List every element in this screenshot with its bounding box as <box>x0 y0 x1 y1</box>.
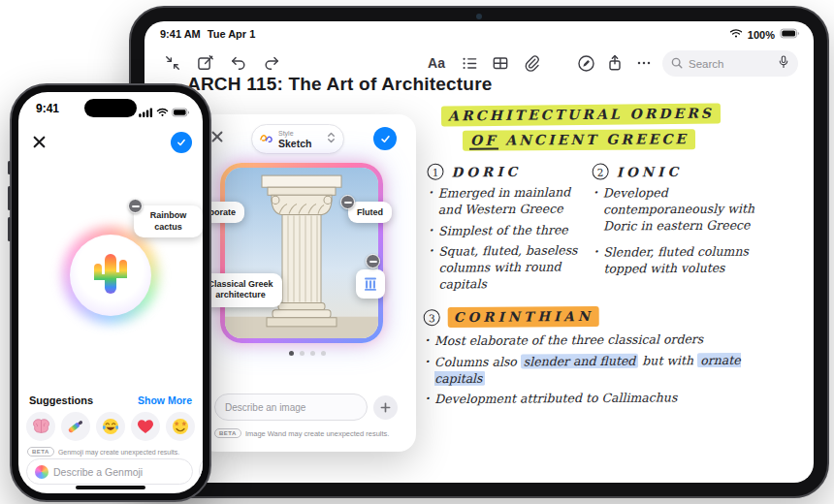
image-wand-popup: Style Sketch <box>199 114 416 452</box>
beta-badge: BETA <box>214 428 241 438</box>
notes-heading-2: OFANCIENT GREECE <box>463 129 695 149</box>
rainbow-brush-emoji[interactable] <box>61 412 90 441</box>
volume-down-button <box>8 217 11 241</box>
genmoji-prompt-row <box>26 458 195 485</box>
genmoji-disclaimer: Genmoji may create unexpected results. <box>58 449 179 456</box>
front-camera <box>476 14 482 19</box>
text-format-icon[interactable]: Aa <box>424 50 449 76</box>
doric-bullet: Simplest of the three <box>428 222 591 239</box>
corinthian-bullet: Columns also slender and fluted but with… <box>424 353 755 388</box>
image-prompt-field[interactable] <box>214 394 368 421</box>
table-icon[interactable] <box>488 50 513 76</box>
battery-percent: 100% <box>748 29 775 41</box>
markup-pen-icon[interactable] <box>573 50 598 76</box>
status-date: Tue Apr 1 <box>208 28 256 40</box>
add-icon[interactable] <box>373 395 398 420</box>
search-input[interactable] <box>689 58 772 70</box>
doric-number: 1 <box>427 164 443 180</box>
genmoji-prompt-input[interactable] <box>53 466 184 478</box>
suggestions-label: Suggestions <box>29 394 93 406</box>
corinthian-number: 3 <box>424 309 440 326</box>
show-more-link[interactable]: Show More <box>138 394 192 406</box>
beta-badge: BETA <box>27 447 54 457</box>
accept-genmoji-button[interactable] <box>171 132 192 153</box>
laughing-emoji[interactable] <box>96 412 125 441</box>
close-icon[interactable] <box>210 130 224 147</box>
signal-icon <box>139 104 153 121</box>
style-selector[interactable]: Style Sketch <box>251 124 344 154</box>
notes-heading-1: ARCHITECTURAL ORDERS <box>441 103 721 124</box>
battery-icon <box>780 28 800 41</box>
page-dot[interactable] <box>300 351 305 356</box>
status-time: 9:41 <box>36 102 59 115</box>
ipad-status-right: 100% <box>729 28 800 41</box>
wifi-icon <box>729 28 743 41</box>
generated-column-image <box>225 168 378 338</box>
volume-up-button <box>8 186 11 210</box>
wifi-icon <box>156 104 169 121</box>
ipad-screen: 9:41 AM Tue Apr 1 100% <box>144 21 814 483</box>
collapse-arrows-icon[interactable] <box>160 50 185 76</box>
ionic-number: 2 <box>593 164 609 180</box>
compose-icon[interactable] <box>193 50 218 76</box>
genmoji-prompt-field[interactable] <box>26 458 193 485</box>
rainbow-cactus-emoji <box>91 251 130 300</box>
chevron-up-down-icon <box>326 131 337 148</box>
wand-disclaimer: Image Wand may create unexpected results… <box>245 429 390 438</box>
ipad-device: 9:41 AM Tue Apr 1 100% <box>129 6 829 498</box>
remove-style-icon[interactable] <box>366 254 380 268</box>
image-prompt-input[interactable] <box>225 402 357 413</box>
style-label: Style <box>278 130 321 137</box>
person-button[interactable] <box>199 458 203 485</box>
home-indicator[interactable] <box>76 486 145 489</box>
note-title: ARCH 115: The Art of Architecture <box>187 74 493 95</box>
ipad-status-left: 9:41 AM Tue Apr 1 <box>160 28 255 40</box>
status-time: 9:41 AM <box>160 28 201 40</box>
mic-icon[interactable] <box>778 55 789 73</box>
heart-emoji[interactable] <box>131 412 160 441</box>
star-struck-emoji[interactable] <box>166 412 195 441</box>
iphone-status-icons <box>139 104 190 121</box>
doric-bullet: Squat, fluted, baseless columns with rou… <box>428 243 591 294</box>
genmoji-preview[interactable] <box>62 227 159 324</box>
brain-emoji[interactable] <box>26 412 55 441</box>
undo-icon[interactable] <box>226 50 251 76</box>
genmoji-rainbow-icon <box>35 465 48 479</box>
section-corinthian: 3 CORINTHIAN Most elaborate of the three… <box>424 305 756 408</box>
redo-icon[interactable] <box>259 50 284 76</box>
generated-image-card[interactable] <box>220 163 383 343</box>
style-value: Sketch <box>278 139 321 149</box>
iphone-device: 9:41 <box>10 83 211 502</box>
tag-fluted[interactable]: Fluted <box>348 202 392 223</box>
page-dot[interactable] <box>289 351 294 356</box>
section-doric: 1 DORIC Emerged in mainland and Western … <box>427 162 591 293</box>
doric-bullet: Emerged in mainland and Western Greece <box>428 184 591 218</box>
checklist-icon[interactable] <box>457 50 482 76</box>
more-ellipsis-icon[interactable] <box>631 50 657 76</box>
accept-image-button[interactable] <box>373 127 397 150</box>
image-prompt-row <box>214 394 404 421</box>
emoji-suggestions-row <box>26 412 195 441</box>
search-field[interactable] <box>662 50 798 77</box>
ionic-bullet: Slender, fluted columns topped with volu… <box>593 244 777 278</box>
pagination-dots[interactable] <box>199 351 416 356</box>
corinthian-title: CORINTHIAN <box>448 306 599 328</box>
page-dot[interactable] <box>321 351 326 356</box>
page-dot[interactable] <box>310 351 315 356</box>
dynamic-island <box>84 99 137 117</box>
remove-tag-icon[interactable] <box>340 195 355 209</box>
close-icon[interactable] <box>32 135 47 153</box>
battery-icon <box>172 104 190 121</box>
corinthian-bullet: Most elaborate of the three classical or… <box>424 331 755 350</box>
remove-tag-icon[interactable] <box>128 199 143 213</box>
genmoji-tag[interactable]: Rainbow cactus <box>134 205 203 237</box>
style-sketch-icon <box>259 131 273 148</box>
doric-title: DORIC <box>451 163 521 179</box>
search-icon <box>671 55 683 73</box>
attachment-icon[interactable] <box>519 50 544 76</box>
mute-switch <box>8 161 11 174</box>
ionic-bullet: Developed contemporaneously with Doric i… <box>593 184 777 235</box>
column-style-chip[interactable] <box>356 269 385 299</box>
share-icon[interactable] <box>602 50 627 76</box>
genmoji-circle <box>70 235 151 316</box>
